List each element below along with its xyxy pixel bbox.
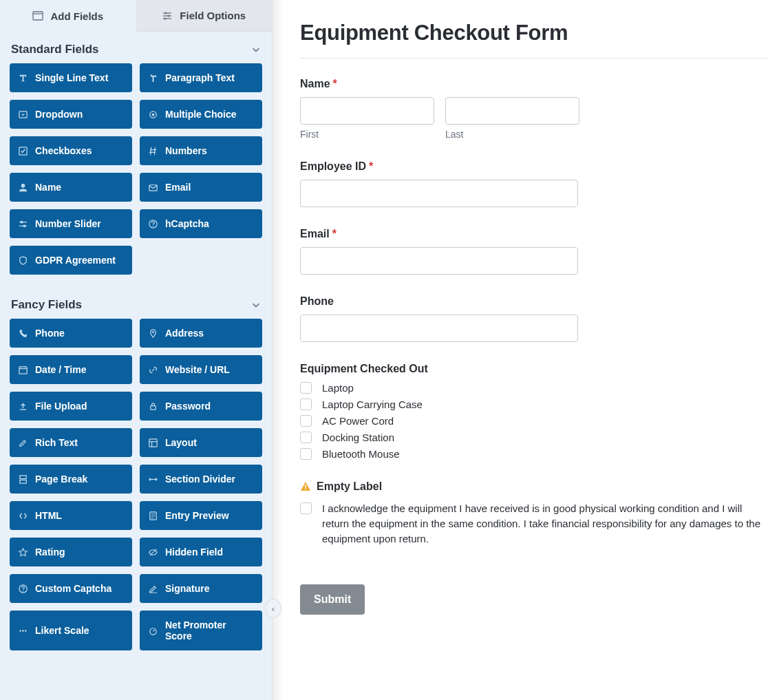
- svg-point-40: [20, 630, 21, 631]
- submit-button[interactable]: Submit: [300, 584, 365, 615]
- field-label: Name: [35, 182, 61, 193]
- standard-field-checkboxes[interactable]: Checkboxes: [10, 136, 132, 165]
- field-label: Entry Preview: [165, 510, 229, 521]
- field-label: Rich Text: [35, 437, 78, 448]
- field-label: Layout: [165, 437, 197, 448]
- field-label: Signature: [165, 583, 210, 594]
- section-fancy-header[interactable]: Fancy Fields: [0, 287, 272, 319]
- standard-field-hcaptcha[interactable]: hCaptcha: [140, 209, 262, 238]
- standard-field-gdpr-agreement[interactable]: GDPR Agreement: [10, 246, 132, 275]
- standard-field-numbers[interactable]: Numbers: [140, 136, 262, 165]
- field-label: Custom Captcha: [35, 583, 111, 594]
- field-label: Dropdown: [35, 109, 83, 120]
- field-email-label: Email*: [300, 228, 768, 240]
- fancy-field-rich-text[interactable]: Rich Text: [10, 428, 132, 457]
- field-phone-label: Phone: [300, 295, 768, 308]
- fancy-field-password[interactable]: Password: [140, 392, 262, 421]
- acknowledge-checkbox[interactable]: [300, 502, 312, 514]
- svg-rect-21: [19, 366, 27, 373]
- dropdown-icon: [18, 109, 28, 120]
- fancy-field-net-promoter-score[interactable]: Net Promoter Score: [140, 611, 262, 650]
- fancy-field-signature[interactable]: Signature: [140, 574, 262, 603]
- fancy-field-date-time[interactable]: Date / Time: [10, 355, 132, 384]
- field-label: Date / Time: [35, 364, 86, 375]
- svg-point-38: [23, 591, 24, 592]
- field-acknowledge-label: Empty Label: [300, 480, 768, 493]
- tab-field-options[interactable]: Field Options: [136, 0, 273, 32]
- fancy-field-phone[interactable]: Phone: [10, 319, 132, 348]
- svg-point-10: [152, 113, 155, 116]
- equipment-option-label: Laptop: [322, 382, 354, 394]
- field-name: Name* First Last: [300, 78, 768, 140]
- field-label: GDPR Agreement: [35, 255, 116, 266]
- fancy-field-rating[interactable]: Rating: [10, 538, 132, 566]
- fancy-field-likert-scale[interactable]: Likert Scale: [10, 611, 132, 650]
- layout-icon: [148, 438, 158, 448]
- svg-rect-26: [149, 438, 157, 446]
- first-name-input[interactable]: [300, 97, 434, 125]
- field-label: Address: [165, 328, 204, 339]
- warning-icon: [300, 481, 311, 492]
- form-title: Equipment Checkout Form: [300, 21, 768, 45]
- svg-point-19: [153, 226, 154, 227]
- fancy-field-page-break[interactable]: Page Break: [10, 465, 132, 494]
- svg-line-44: [153, 629, 156, 631]
- equipment-checkbox[interactable]: [300, 448, 312, 460]
- svg-point-17: [23, 224, 26, 227]
- field-label: Rating: [35, 547, 65, 558]
- fancy-field-section-divider[interactable]: Section Divider: [140, 465, 262, 494]
- equipment-checkbox[interactable]: [300, 382, 312, 394]
- tab-add-fields[interactable]: Add Fields: [0, 0, 136, 32]
- field-phone: Phone: [300, 295, 768, 342]
- equipment-checkbox[interactable]: [300, 432, 312, 443]
- standard-field-email[interactable]: Email: [140, 173, 262, 202]
- fancy-field-html[interactable]: HTML: [10, 501, 132, 530]
- svg-point-12: [21, 183, 25, 187]
- phone-input[interactable]: [300, 315, 578, 342]
- standard-field-name[interactable]: Name: [10, 173, 132, 202]
- section-standard-header[interactable]: Standard Fields: [0, 32, 272, 63]
- hidden-icon: [148, 547, 158, 558]
- equipment-checkbox[interactable]: [300, 415, 312, 427]
- svg-rect-0: [33, 12, 43, 20]
- fancy-field-layout[interactable]: Layout: [140, 428, 262, 457]
- fancy-field-custom-captcha[interactable]: Custom Captcha: [10, 574, 132, 603]
- fancy-field-hidden-field[interactable]: Hidden Field: [140, 538, 262, 566]
- pin-icon: [148, 328, 158, 339]
- field-employee-id: Employee ID*: [300, 160, 768, 207]
- svg-rect-46: [305, 489, 306, 490]
- standard-field-single-line-text[interactable]: Single Line Text: [10, 63, 132, 92]
- hash-icon: [148, 146, 158, 156]
- email-input[interactable]: [300, 247, 578, 275]
- fancy-field-file-upload[interactable]: File Upload: [10, 392, 132, 421]
- standard-field-number-slider[interactable]: Number Slider: [10, 209, 132, 238]
- standard-field-dropdown[interactable]: Dropdown: [10, 100, 132, 129]
- phone-icon: [18, 328, 28, 339]
- slider-icon: [18, 219, 28, 229]
- svg-point-5: [168, 14, 170, 17]
- user-icon: [18, 182, 28, 193]
- field-email: Email*: [300, 228, 768, 275]
- section-fancy-title: Fancy Fields: [11, 298, 82, 312]
- equipment-checkbox[interactable]: [300, 399, 312, 410]
- last-name-sublabel: Last: [445, 129, 579, 140]
- field-label: hCaptcha: [165, 218, 209, 229]
- field-label: Likert Scale: [35, 625, 89, 636]
- fancy-field-website-url[interactable]: Website / URL: [140, 355, 262, 384]
- first-name-sublabel: First: [300, 129, 434, 140]
- equipment-option: Laptop Carrying Case: [300, 399, 768, 410]
- last-name-input[interactable]: [445, 97, 579, 125]
- standard-field-multiple-choice[interactable]: Multiple Choice: [140, 100, 262, 129]
- field-equipment-label: Equipment Checked Out: [300, 363, 768, 375]
- sliders-icon: [162, 10, 173, 21]
- field-label: Net Promoter Score: [165, 619, 254, 641]
- fancy-field-entry-preview[interactable]: Entry Preview: [140, 501, 262, 530]
- collapse-sidebar-button[interactable]: ‹: [265, 599, 281, 618]
- lock-icon: [148, 401, 158, 412]
- employee-id-input[interactable]: [300, 180, 578, 207]
- likert-icon: [18, 626, 28, 636]
- fancy-field-address[interactable]: Address: [140, 319, 262, 348]
- section-standard-title: Standard Fields: [11, 43, 99, 56]
- standard-field-paragraph-text[interactable]: Paragraph Text: [140, 63, 262, 92]
- equipment-option-label: Laptop Carrying Case: [322, 399, 423, 410]
